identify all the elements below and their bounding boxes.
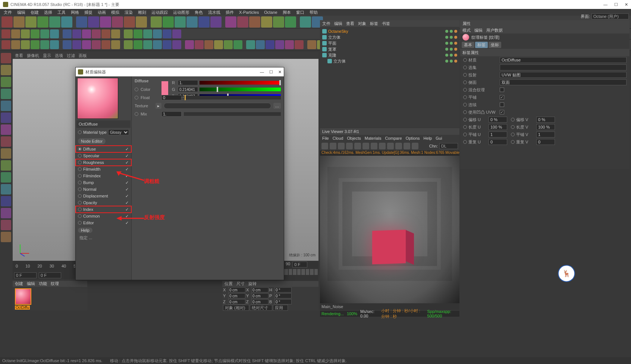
- tool-button[interactable]: [249, 16, 260, 28]
- attr-checkbox[interactable]: [500, 110, 504, 114]
- tool-button[interactable]: [134, 29, 142, 38]
- tool-button[interactable]: [224, 40, 233, 49]
- tool-button[interactable]: [233, 40, 242, 49]
- attr-grid-val[interactable]: 100 %: [536, 124, 555, 130]
- tool-button[interactable]: [111, 40, 120, 49]
- channel-row-specular[interactable]: Specular✓: [76, 152, 131, 159]
- timeline-current[interactable]: 0 F: [292, 262, 307, 268]
- matmgr-menu-item[interactable]: 功能: [39, 281, 47, 287]
- side-tool[interactable]: [1, 53, 11, 63]
- tool-button[interactable]: [92, 29, 101, 38]
- tool-button[interactable]: [40, 40, 49, 49]
- tool-button[interactable]: [31, 40, 40, 49]
- lv-tool[interactable]: [354, 143, 361, 149]
- attr-grid-val[interactable]: 0 %: [536, 117, 555, 123]
- attr-checkbox[interactable]: [500, 95, 504, 99]
- tool-button[interactable]: [50, 40, 59, 49]
- tool-button[interactable]: [49, 16, 60, 28]
- tool-button[interactable]: [82, 40, 91, 49]
- transport-button[interactable]: [310, 269, 314, 275]
- menu-X-Particles[interactable]: X-Particles: [237, 10, 261, 15]
- attr-field-value[interactable]: 双面: [500, 79, 627, 85]
- attr-field-value[interactable]: OctDiffuse: [500, 57, 627, 63]
- attr-menu-item[interactable]: 模式: [462, 28, 471, 33]
- coord-input[interactable]: [251, 299, 269, 304]
- material-preview[interactable]: [77, 78, 118, 119]
- tool-button[interactable]: [285, 16, 296, 28]
- channel-check[interactable]: ✓: [125, 153, 129, 158]
- side-tool[interactable]: [1, 172, 11, 183]
- menu-运动图形[interactable]: 运动图形: [171, 10, 192, 15]
- lv-tool[interactable]: [379, 143, 386, 149]
- tool-button[interactable]: [153, 40, 162, 49]
- transport-button[interactable]: [289, 269, 292, 275]
- tool-button[interactable]: [37, 16, 48, 28]
- side-tool[interactable]: [1, 136, 11, 147]
- channel-check[interactable]: ✓: [125, 187, 129, 192]
- tool-button[interactable]: [172, 29, 181, 38]
- object-tree[interactable]: OctaneSky立方体平面笼罩克隆立方体: [320, 27, 459, 66]
- g-value[interactable]: 0.214041: [178, 87, 198, 92]
- help-button[interactable]: Help: [78, 228, 92, 233]
- dialog-titlebar[interactable]: 材质编辑器 — ☐ ✕: [76, 67, 284, 76]
- menu-窗口[interactable]: 窗口: [294, 10, 307, 15]
- lv-chn-value[interactable]: DL: [439, 143, 458, 149]
- matmgr-menu-item[interactable]: 创建: [15, 281, 23, 287]
- channel-row-displacement[interactable]: Displacement✓: [76, 193, 131, 199]
- tool-button[interactable]: [61, 16, 72, 28]
- dialog-maximize[interactable]: ☐: [269, 70, 273, 75]
- object-row[interactable]: 立方体: [322, 34, 457, 40]
- side-tool[interactable]: [1, 220, 11, 230]
- tool-button[interactable]: [124, 16, 135, 28]
- tool-button[interactable]: [92, 40, 101, 49]
- tool-button[interactable]: [1, 40, 10, 49]
- menu-插件[interactable]: 插件: [223, 10, 236, 15]
- attr-field-value[interactable]: [500, 64, 627, 70]
- transport-button[interactable]: [314, 269, 318, 275]
- menu-流水线[interactable]: 流水线: [206, 10, 223, 15]
- menu-创建[interactable]: 创建: [28, 10, 41, 15]
- channel-check[interactable]: ✓: [125, 221, 129, 225]
- tool-button[interactable]: [1, 29, 10, 38]
- node-editor-button[interactable]: Node Editor: [78, 138, 106, 144]
- tool-button[interactable]: [11, 40, 20, 49]
- coords-mode-1[interactable]: 对象 (相对): [223, 305, 249, 311]
- viewport-menu-item[interactable]: 过滤: [67, 53, 75, 58]
- side-tool[interactable]: [1, 196, 11, 206]
- lv-menu-item[interactable]: Gui: [436, 136, 442, 140]
- transport-button[interactable]: [284, 269, 288, 275]
- tool-button[interactable]: [124, 29, 133, 38]
- lv-menu-item[interactable]: Compare: [385, 136, 402, 140]
- tool-button[interactable]: [136, 16, 147, 28]
- objmgr-menu-item[interactable]: 编辑: [334, 21, 342, 26]
- menu-网格[interactable]: 网格: [69, 10, 81, 15]
- tool-button[interactable]: [111, 29, 120, 38]
- objmgr-menu-item[interactable]: 对象: [358, 21, 366, 26]
- menu-动画[interactable]: 动画: [95, 10, 108, 15]
- side-tool[interactable]: [1, 160, 11, 171]
- tool-button[interactable]: [186, 16, 198, 28]
- channel-row-filmwidth[interactable]: Filmwidth✓: [76, 166, 131, 172]
- side-tool[interactable]: [1, 89, 11, 99]
- tool-button[interactable]: [204, 40, 213, 49]
- lv-menu-item[interactable]: Materials: [365, 136, 382, 140]
- r-slider[interactable]: [200, 81, 281, 85]
- channel-check[interactable]: ✓: [125, 174, 129, 178]
- side-tool[interactable]: [1, 113, 11, 123]
- menu-渲染[interactable]: 渲染: [122, 10, 135, 15]
- channel-row-normal[interactable]: Normal✓: [76, 186, 131, 193]
- viewport-menu-item[interactable]: 摄像机: [27, 53, 39, 58]
- menu-文件[interactable]: 文件: [1, 10, 14, 15]
- tool-button[interactable]: [143, 40, 152, 49]
- lv-tool[interactable]: [404, 143, 410, 149]
- tool-button[interactable]: [21, 29, 30, 38]
- viewport-menu-item[interactable]: 查看: [15, 53, 23, 58]
- coord-input[interactable]: [228, 293, 245, 298]
- coord-input[interactable]: [274, 287, 292, 292]
- g-slider[interactable]: [200, 88, 281, 91]
- viewport-menu-item[interactable]: 选项: [55, 53, 63, 58]
- side-tool[interactable]: [1, 124, 11, 135]
- lv-tool[interactable]: [346, 143, 353, 149]
- coord-input[interactable]: [274, 299, 292, 304]
- side-tool[interactable]: [1, 148, 11, 159]
